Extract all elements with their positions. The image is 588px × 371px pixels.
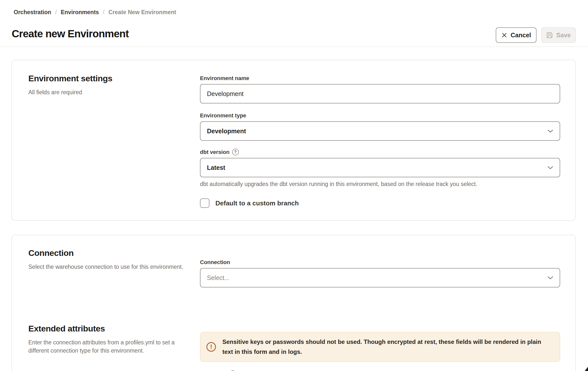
breadcrumb-separator: / <box>55 9 57 16</box>
warning-banner: ! Sensitive keys or passwords should not… <box>200 332 560 362</box>
chevron-down-icon <box>547 130 553 133</box>
environment-type-select[interactable]: Development <box>200 121 560 141</box>
dbt-version-label: dbt version <box>200 149 230 155</box>
breadcrumb-item-create-new-environment: Create New Environment <box>108 9 176 16</box>
environment-type-label: Environment type <box>200 112 560 119</box>
help-icon[interactable]: ? <box>232 149 239 155</box>
chevron-down-icon <box>547 166 553 169</box>
environment-settings-heading: Environment settings <box>28 74 112 83</box>
custom-branch-checkbox[interactable] <box>200 198 209 208</box>
connection-select-placeholder: Select... <box>207 274 229 281</box>
cancel-button-label: Cancel <box>511 32 531 39</box>
connection-subheading: Select the warehouse connection to use f… <box>28 263 188 271</box>
connection-card: Connection Select the warehouse connecti… <box>11 235 576 371</box>
dbt-version-select[interactable]: Latest <box>200 158 560 177</box>
connection-select[interactable]: Select... <box>200 268 560 287</box>
environment-settings-subheading: All fields are required <box>28 88 112 96</box>
custom-branch-row: Default to a custom branch <box>200 198 560 208</box>
extended-attributes-warning: ! Sensitive keys or passwords should not… <box>200 332 560 362</box>
connection-form: Connection Select... <box>200 259 560 287</box>
environment-settings-intro: Environment settings All fields are requ… <box>28 74 112 96</box>
header-actions: Cancel Save <box>496 27 576 43</box>
connection-heading: Connection <box>28 248 188 258</box>
custom-branch-label: Default to a custom branch <box>215 199 299 207</box>
dbt-version-helper-text: dbt automatically upgrades the dbt versi… <box>200 181 560 187</box>
page-title: Create new Environment <box>12 28 129 40</box>
connection-intro: Connection Select the warehouse connecti… <box>28 248 188 271</box>
connection-select-label: Connection <box>200 259 560 266</box>
extended-attributes-intro: Extended attributes Enter the connection… <box>28 324 180 355</box>
extended-attributes-subheading: Enter the connection attributes from a p… <box>28 338 180 355</box>
save-button[interactable]: Save <box>541 27 576 43</box>
save-button-label: Save <box>556 32 571 39</box>
environment-name-label: Environment name <box>200 75 560 82</box>
dbt-version-label-row: dbt version ? <box>200 149 560 155</box>
breadcrumb-separator: / <box>103 9 104 16</box>
cursor-artifact <box>585 367 588 371</box>
cancel-button[interactable]: Cancel <box>496 27 537 43</box>
environment-settings-form: Environment name Environment type Develo… <box>200 75 560 208</box>
breadcrumb: Orchestration / Environments / Create Ne… <box>14 9 176 16</box>
environment-type-value: Development <box>207 128 246 135</box>
header-divider <box>0 46 588 47</box>
environment-name-input[interactable] <box>200 84 560 103</box>
save-icon <box>546 32 553 39</box>
chevron-down-icon <box>547 276 553 279</box>
warning-icon: ! <box>206 342 216 352</box>
breadcrumb-item-orchestration[interactable]: Orchestration <box>14 9 51 16</box>
warning-banner-text: Sensitive keys or passwords should not b… <box>222 337 553 357</box>
close-icon <box>501 32 507 38</box>
dbt-version-value: Latest <box>207 164 225 171</box>
environment-settings-card: Environment settings All fields are requ… <box>11 60 576 221</box>
breadcrumb-item-environments[interactable]: Environments <box>61 9 99 16</box>
extended-attributes-heading: Extended attributes <box>28 324 180 333</box>
